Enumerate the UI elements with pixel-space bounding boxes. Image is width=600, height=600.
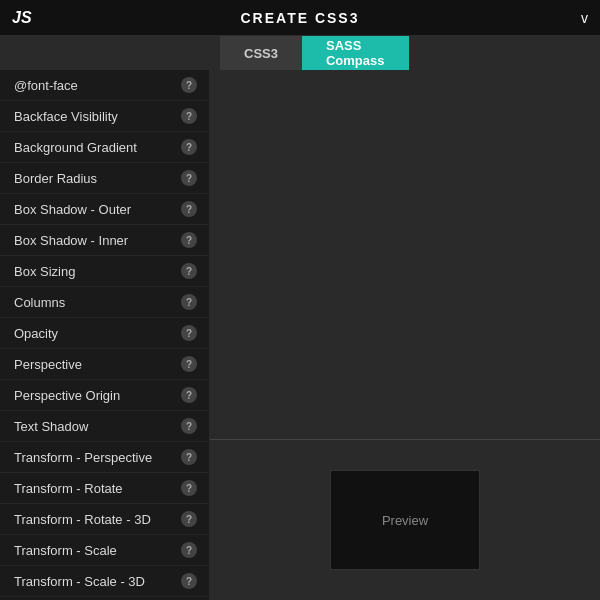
preview-label: Preview <box>382 513 428 528</box>
sidebar-item-label: Opacity <box>14 326 58 341</box>
help-icon[interactable]: ? <box>181 325 197 341</box>
sidebar-item-transform-rotate[interactable]: Transform - Rotate? <box>0 473 209 504</box>
sidebar: @font-face?Backface Visibility?Backgroun… <box>0 70 210 600</box>
help-icon[interactable]: ? <box>181 449 197 465</box>
sidebar-item-label: Transform - Scale - 3D <box>14 574 145 589</box>
sidebar-item-perspective-origin[interactable]: Perspective Origin? <box>0 380 209 411</box>
help-icon[interactable]: ? <box>181 511 197 527</box>
help-icon[interactable]: ? <box>181 108 197 124</box>
sidebar-item-opacity[interactable]: Opacity? <box>0 318 209 349</box>
sidebar-item-label: Perspective Origin <box>14 388 120 403</box>
sidebar-item-backface-visibility[interactable]: Backface Visibility? <box>0 101 209 132</box>
help-icon[interactable]: ? <box>181 263 197 279</box>
help-icon[interactable]: ? <box>181 418 197 434</box>
sidebar-item-label: Border Radius <box>14 171 97 186</box>
content-top <box>210 70 600 439</box>
preview-box: Preview <box>330 470 480 570</box>
logo: JS <box>12 9 32 27</box>
sidebar-item-border-radius[interactable]: Border Radius? <box>0 163 209 194</box>
sidebar-item-label: Background Gradient <box>14 140 137 155</box>
sidebar-item-label: @font-face <box>14 78 78 93</box>
sidebar-item-label: Box Shadow - Outer <box>14 202 131 217</box>
sidebar-item-label: Box Shadow - Inner <box>14 233 128 248</box>
sidebar-item-transform-scale-3d[interactable]: Transform - Scale - 3D? <box>0 566 209 597</box>
sidebar-item-label: Perspective <box>14 357 82 372</box>
sidebar-item-label: Transform - Rotate <box>14 481 123 496</box>
sidebar-item-perspective[interactable]: Perspective? <box>0 349 209 380</box>
sidebar-item-label: Backface Visibility <box>14 109 118 124</box>
help-icon[interactable]: ? <box>181 387 197 403</box>
help-icon[interactable]: ? <box>181 356 197 372</box>
tab-sass[interactable]: SASS Compass <box>302 36 409 70</box>
sidebar-item-background-gradient[interactable]: Background Gradient? <box>0 132 209 163</box>
sidebar-item-transform-perspective[interactable]: Transform - Perspective? <box>0 442 209 473</box>
sidebar-item-columns[interactable]: Columns? <box>0 287 209 318</box>
help-icon[interactable]: ? <box>181 294 197 310</box>
app-title: CREATE CSS3 <box>241 10 360 26</box>
sidebar-item-label: Transform - Scale <box>14 543 117 558</box>
sidebar-item-font-face[interactable]: @font-face? <box>0 70 209 101</box>
header: JS CREATE CSS3 v <box>0 0 600 36</box>
help-icon[interactable]: ? <box>181 201 197 217</box>
content-bottom: Preview <box>210 440 600 600</box>
sidebar-item-box-shadow-inner[interactable]: Box Shadow - Inner? <box>0 225 209 256</box>
sidebar-item-transform-rotate-3d[interactable]: Transform - Rotate - 3D? <box>0 504 209 535</box>
help-icon[interactable]: ? <box>181 542 197 558</box>
help-icon[interactable]: ? <box>181 170 197 186</box>
tabs-bar: CSS3 SASS Compass <box>0 36 600 70</box>
help-icon[interactable]: ? <box>181 573 197 589</box>
sidebar-item-label: Columns <box>14 295 65 310</box>
sidebar-item-label: Transform - Rotate - 3D <box>14 512 151 527</box>
main-layout: @font-face?Backface Visibility?Backgroun… <box>0 70 600 600</box>
sidebar-item-label: Text Shadow <box>14 419 88 434</box>
sidebar-item-transform-scale[interactable]: Transform - Scale? <box>0 535 209 566</box>
sidebar-item-box-sizing[interactable]: Box Sizing? <box>0 256 209 287</box>
help-icon[interactable]: ? <box>181 77 197 93</box>
help-icon[interactable]: ? <box>181 232 197 248</box>
sidebar-item-text-shadow[interactable]: Text Shadow? <box>0 411 209 442</box>
sidebar-item-label: Box Sizing <box>14 264 75 279</box>
chevron-down-icon[interactable]: v <box>581 10 588 26</box>
sidebar-item-box-shadow-outer[interactable]: Box Shadow - Outer? <box>0 194 209 225</box>
help-icon[interactable]: ? <box>181 480 197 496</box>
sidebar-item-label: Transform - Perspective <box>14 450 152 465</box>
content-area: Preview <box>210 70 600 600</box>
help-icon[interactable]: ? <box>181 139 197 155</box>
tab-css3[interactable]: CSS3 <box>220 36 302 70</box>
